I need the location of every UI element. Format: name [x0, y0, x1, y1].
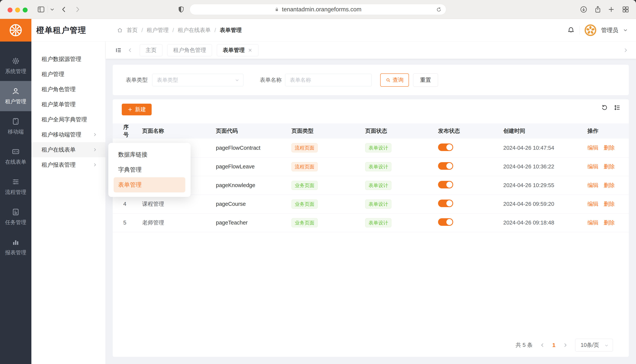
bar-chart-icon	[12, 238, 20, 246]
page-status-tag: 表单设计	[365, 181, 391, 190]
rail-item-online-form[interactable]: 在线表单	[0, 142, 31, 172]
rail-item-tenant[interactable]: 租户管理	[0, 81, 31, 111]
search-button[interactable]: 查询	[380, 74, 409, 87]
filter-panel: 表单类型 表单名称 查询 重置	[113, 65, 629, 95]
delete-link[interactable]: 删除	[604, 220, 615, 226]
rail-item-flow[interactable]: 流程管理	[0, 172, 31, 202]
form-name-input[interactable]	[285, 74, 372, 86]
rail-item-mobile[interactable]: 移动端	[0, 111, 31, 142]
breadcrumb-item[interactable]: 租户在线表单	[178, 26, 210, 34]
sliders-icon	[12, 178, 20, 186]
user-name[interactable]: 管理员	[601, 26, 618, 34]
edit-link[interactable]: 编辑	[587, 144, 598, 151]
breadcrumb: 首页 / 租户管理 / 租户在线表单 / 表单管理	[117, 19, 242, 42]
sidebar-item-mobile-mgmt[interactable]: 租户移动端管理	[31, 127, 105, 142]
reset-button[interactable]: 重置	[413, 74, 438, 87]
zoom-window-button[interactable]	[23, 8, 28, 12]
home-icon	[117, 27, 123, 33]
flyout-item-dict-management[interactable]: 字典管理	[114, 162, 185, 177]
publish-toggle[interactable]	[438, 181, 453, 188]
breadcrumb-item[interactable]: 租户管理	[147, 26, 169, 34]
sidebar-item-menu[interactable]: 租户菜单管理	[31, 97, 105, 112]
delete-link[interactable]: 删除	[604, 182, 615, 188]
tab-overview-icon[interactable]	[622, 0, 629, 19]
content-area: 主页 租户角色管理 表单管理 表单类型 表单名称	[106, 42, 636, 364]
address-bar[interactable]: tenantadmin.orangeforms.com	[190, 4, 446, 15]
tab-home[interactable]: 主页	[140, 44, 162, 56]
mobile-icon	[12, 117, 20, 126]
user-icon	[12, 87, 20, 95]
forward-button[interactable]	[74, 0, 81, 19]
downloads-icon[interactable]	[580, 0, 588, 19]
edit-link[interactable]: 编辑	[587, 220, 598, 226]
delete-link[interactable]: 删除	[604, 164, 615, 170]
delete-link[interactable]: 删除	[604, 201, 615, 207]
chevron-down-icon	[604, 343, 609, 348]
publish-toggle[interactable]	[438, 144, 453, 151]
close-tab-icon[interactable]	[248, 48, 253, 53]
table-header-row: 序号 页面名称 页面代码 页面类型 页面状态 发布状态 创建时间 操作	[113, 124, 629, 138]
breadcrumb-separator: /	[172, 27, 174, 34]
tabs-scroll-right-icon[interactable]	[623, 48, 628, 53]
form-type-label: 表单类型	[126, 76, 148, 84]
row-density-icon[interactable]	[614, 104, 620, 111]
tab-list-icon[interactable]	[115, 47, 122, 54]
module-rail: 系统管理 租户管理 移动端 在线表单 流程管理 任务管理 报表管理	[0, 42, 31, 364]
rail-item-report[interactable]: 报表管理	[0, 232, 31, 262]
prev-page-icon[interactable]	[540, 342, 545, 348]
form-icon	[12, 148, 20, 156]
table-row: 4 课程管理 pageCourse 业务页面 表单设计 2024-04-26 0…	[113, 195, 629, 213]
publish-toggle[interactable]	[438, 200, 453, 207]
notification-bell-icon[interactable]	[567, 26, 575, 34]
publish-toggle[interactable]	[438, 162, 453, 170]
search-icon	[385, 78, 391, 83]
edit-link[interactable]: 编辑	[587, 182, 598, 188]
col-page-code: 页面代码	[205, 124, 281, 138]
app-header: 橙单租户管理 首页 / 租户管理 / 租户在线表单 / 表单管理	[0, 19, 636, 42]
flyout-item-form-management[interactable]: 表单管理	[114, 177, 185, 192]
page-status-tag: 表单设计	[365, 200, 391, 208]
refresh-icon[interactable]	[601, 104, 608, 111]
col-publish-status: 发布状态	[428, 124, 493, 138]
sidebar-item-datasource[interactable]: 租户数据源管理	[31, 52, 105, 67]
publish-toggle[interactable]	[438, 218, 453, 226]
sidebar-item-dict[interactable]: 租户全局字典管理	[31, 112, 105, 127]
avatar[interactable]	[584, 24, 597, 36]
edit-link[interactable]: 编辑	[587, 164, 598, 170]
new-button[interactable]: 新建	[122, 104, 152, 115]
col-page-status: 页面状态	[355, 124, 428, 138]
breadcrumb-item[interactable]: 首页	[127, 26, 138, 34]
shield-icon[interactable]	[177, 0, 185, 19]
back-button[interactable]	[60, 0, 68, 19]
rail-item-system[interactable]: 系统管理	[0, 51, 31, 81]
next-page-icon[interactable]	[563, 342, 568, 348]
reload-icon[interactable]	[436, 6, 442, 13]
sidebar-item-tenant[interactable]: 租户管理	[31, 67, 105, 82]
form-type-select[interactable]	[152, 74, 244, 86]
col-created-time: 创建时间	[493, 124, 577, 138]
share-icon[interactable]	[594, 0, 602, 19]
sidebar-item-report-mgmt[interactable]: 租户报表管理	[31, 157, 105, 172]
sidebar-toggle-icon[interactable]	[37, 0, 45, 19]
page-size-select[interactable]: 10条/页	[575, 339, 613, 352]
edit-link[interactable]: 编辑	[587, 201, 598, 207]
chevron-down-icon[interactable]	[50, 0, 55, 19]
delete-link[interactable]: 删除	[604, 144, 615, 151]
flyout-item-database-link[interactable]: 数据库链接	[114, 147, 185, 162]
tab-form-management[interactable]: 表单管理	[217, 44, 259, 56]
close-window-button[interactable]	[8, 8, 13, 12]
sidebar-item-online-form[interactable]: 租户在线表单	[31, 142, 105, 157]
minimize-window-button[interactable]	[15, 8, 20, 12]
new-tab-icon[interactable]	[607, 0, 615, 19]
app-logo[interactable]	[0, 19, 31, 42]
user-menu-chevron-icon[interactable]	[623, 28, 628, 33]
sidebar-item-role[interactable]: 租户角色管理	[31, 82, 105, 97]
tab-tenant-role[interactable]: 租户角色管理	[167, 44, 212, 56]
chevron-right-icon	[93, 148, 97, 152]
rail-item-task[interactable]: 任务管理	[0, 202, 31, 232]
tabs-scroll-left-icon[interactable]	[127, 48, 133, 53]
url-text: tenantadmin.orangeforms.com	[282, 6, 361, 13]
page-number[interactable]: 1	[552, 342, 555, 348]
page-title: 橙单租户管理	[36, 19, 86, 42]
table-row: 5 老师管理 pageTeacher 业务页面 表单设计 2024-04-26 …	[113, 213, 629, 232]
